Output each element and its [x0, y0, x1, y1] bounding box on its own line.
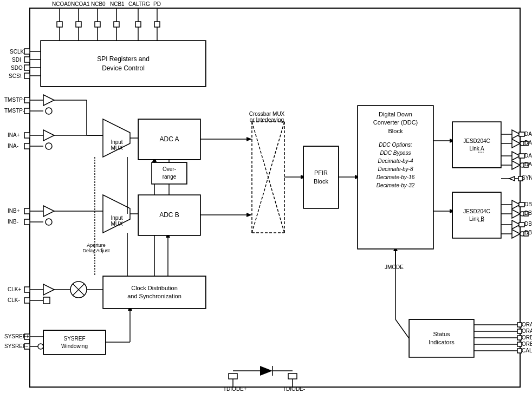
pin-orb1: ORB1	[522, 341, 532, 347]
pin-ina-neg: INA-	[8, 143, 18, 149]
pin-calstat: CALSTAT	[522, 348, 532, 353]
pin-syncse: SYNCSE\	[522, 175, 532, 181]
svg-rect-25	[24, 65, 30, 70]
svg-rect-41	[24, 143, 30, 149]
pin-dots-a: ···	[478, 147, 484, 156]
svg-rect-11	[114, 22, 119, 27]
pin-clk-neg: CLK-	[8, 297, 20, 303]
svg-line-68	[252, 122, 284, 233]
pfir-block: PFIRBlock	[303, 146, 339, 208]
svg-point-90	[520, 141, 524, 146]
pin-sdo: SDO	[11, 65, 23, 71]
pin-pd: PD	[153, 1, 161, 7]
pin-jmode: JMODE	[385, 264, 404, 270]
ddc-block: Digital DownConverter (DDC)Block DDC Opt…	[358, 106, 433, 249]
pin-db0-neg: DB0-	[524, 210, 532, 216]
svg-rect-121	[24, 298, 30, 303]
input-mux-a-label: InputMUX	[105, 133, 129, 157]
svg-marker-161	[260, 366, 273, 376]
svg-point-97	[520, 163, 524, 167]
pin-da7-neg: DA7-	[524, 161, 532, 167]
svg-line-164	[395, 319, 409, 338]
svg-line-126	[73, 284, 85, 296]
jesd-b-block: JESD204CLink B	[452, 192, 501, 238]
svg-rect-158	[288, 374, 297, 379]
pin-clk-pos: CLK+	[8, 286, 21, 292]
svg-point-114	[520, 232, 524, 236]
svg-marker-93	[512, 152, 520, 160]
pin-ncoa1: NCOA1	[71, 1, 89, 7]
svg-rect-87	[519, 132, 524, 136]
svg-point-42	[46, 143, 52, 149]
svg-rect-118	[24, 287, 30, 292]
pin-ora1: ORA1	[522, 328, 532, 334]
svg-marker-61	[246, 137, 252, 141]
svg-rect-148	[517, 329, 522, 333]
pin-inb-neg: INB-	[8, 219, 18, 225]
svg-marker-49	[43, 206, 54, 217]
svg-marker-39	[43, 130, 54, 141]
pin-db7-neg: DB7-	[524, 230, 532, 235]
svg-marker-89	[512, 139, 520, 148]
diagram: SPI Registers andDevice Control ADC A AD…	[0, 0, 532, 393]
svg-rect-38	[24, 133, 30, 138]
svg-marker-100	[509, 176, 515, 181]
svg-rect-48	[24, 208, 30, 214]
svg-rect-5	[76, 22, 81, 27]
status-indicators-block: StatusIndicators	[409, 319, 474, 357]
svg-marker-110	[512, 220, 520, 229]
svg-rect-23	[24, 57, 30, 62]
pin-orb0: ORB0	[522, 335, 532, 340]
pin-ncb1: NCB1	[110, 1, 125, 7]
svg-point-52	[46, 219, 52, 225]
pin-tmstp-neg: TMSTP-	[4, 108, 24, 114]
svg-marker-103	[512, 200, 520, 209]
svg-marker-63	[246, 213, 252, 217]
pin-tmstp-pos: TMSTP+	[4, 97, 26, 103]
svg-marker-96	[512, 161, 520, 169]
clock-dist-block: Clock Distributionand Synchronization	[103, 276, 206, 309]
svg-line-69	[252, 122, 284, 233]
pin-db7-pos: DB7+	[524, 221, 532, 227]
pin-da7-pos: DA7+	[524, 153, 532, 159]
overrange-block: Over-range	[152, 162, 187, 184]
svg-rect-152	[517, 342, 522, 346]
svg-rect-146	[517, 323, 522, 327]
svg-line-125	[73, 284, 85, 296]
svg-rect-21	[24, 49, 30, 54]
svg-point-124	[70, 281, 87, 298]
pin-db0-pos: DB0+	[524, 201, 532, 207]
pin-sclk: SCLK	[10, 49, 24, 55]
adc-b-block: ADC B	[138, 195, 200, 235]
svg-rect-154	[517, 349, 522, 353]
pin-caltrg: CALTRG	[128, 1, 150, 7]
spi-block: SPI Registers andDevice Control	[41, 41, 206, 87]
svg-marker-30	[43, 95, 54, 106]
svg-rect-14	[135, 22, 141, 27]
svg-rect-51	[24, 219, 30, 225]
svg-rect-122	[43, 297, 50, 304]
svg-point-107	[520, 212, 524, 216]
svg-rect-2	[57, 22, 62, 27]
pin-sysref-pos: SYSREF+	[4, 333, 29, 339]
pin-scs: SCS\	[9, 73, 21, 79]
svg-rect-17	[154, 22, 160, 27]
svg-marker-113	[512, 230, 520, 238]
svg-marker-119	[43, 284, 54, 295]
pin-sysref-neg: SYSREF-	[4, 343, 28, 349]
svg-rect-32	[24, 108, 30, 114]
pin-ncb0: NCB0	[91, 1, 106, 7]
pin-sdi: SDI	[12, 57, 21, 63]
svg-point-139	[38, 344, 43, 349]
pin-tdiode-pos: TDIODE+	[223, 386, 247, 392]
sysref-windowing-block: SYSREFWindowing	[43, 330, 106, 355]
svg-rect-156	[229, 374, 237, 379]
svg-rect-111	[519, 222, 524, 227]
pin-ora0: ORA0	[522, 322, 532, 328]
jesd-a-block: JESD204CLink A	[452, 122, 501, 168]
svg-rect-104	[519, 202, 524, 207]
svg-rect-150	[517, 336, 522, 340]
svg-marker-85	[512, 130, 520, 139]
input-mux-b-label: InputMUX	[105, 209, 129, 233]
pin-ina-pos: INA+	[8, 132, 20, 138]
